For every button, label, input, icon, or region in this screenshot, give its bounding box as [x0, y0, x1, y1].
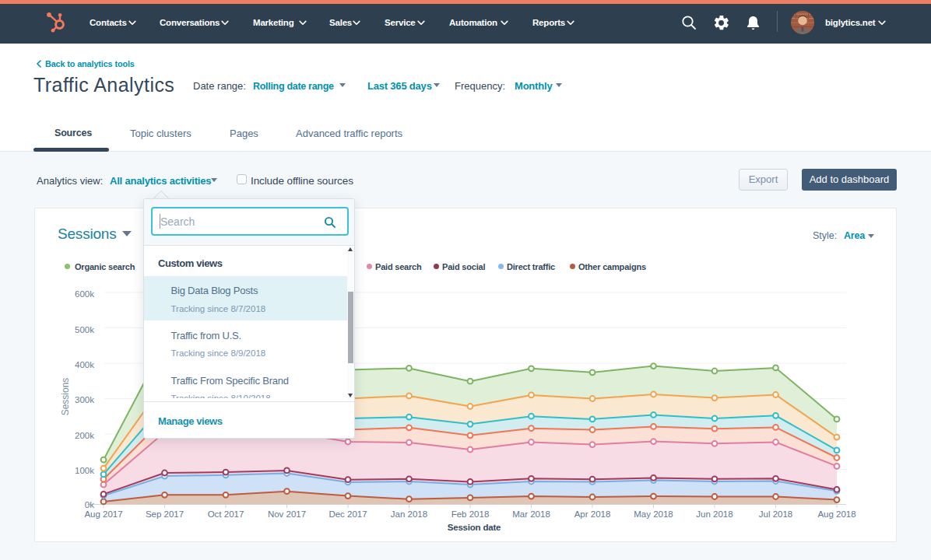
svg-text:500k: 500k [75, 325, 94, 334]
svg-text:400k: 400k [75, 360, 94, 369]
svg-text:Apr 2018: Apr 2018 [574, 509, 611, 519]
svg-text:Feb 2018: Feb 2018 [451, 509, 490, 519]
svg-text:Aug 2018: Aug 2018 [817, 509, 855, 519]
svg-text:Oct 2017: Oct 2017 [208, 509, 244, 519]
svg-text:0k: 0k [85, 500, 94, 509]
svg-text:May 2018: May 2018 [634, 509, 673, 519]
svg-text:Aug 2017: Aug 2017 [84, 509, 122, 519]
svg-text:Sessions: Sessions [60, 378, 71, 416]
svg-text:Dec 2017: Dec 2017 [328, 509, 367, 519]
svg-text:Jul 2018: Jul 2018 [759, 509, 792, 519]
svg-text:600k: 600k [75, 289, 94, 299]
svg-text:Jan 2018: Jan 2018 [391, 509, 427, 519]
svg-text:Sep 2017: Sep 2017 [146, 509, 184, 519]
svg-text:Mar 2018: Mar 2018 [512, 509, 550, 519]
svg-text:300k: 300k [75, 395, 94, 404]
svg-text:Nov 2017: Nov 2017 [268, 509, 306, 519]
svg-text:200k: 200k [75, 431, 94, 440]
svg-text:Session date: Session date [448, 523, 501, 532]
svg-text:100k: 100k [75, 466, 94, 475]
svg-text:Jun 2018: Jun 2018 [696, 509, 733, 519]
